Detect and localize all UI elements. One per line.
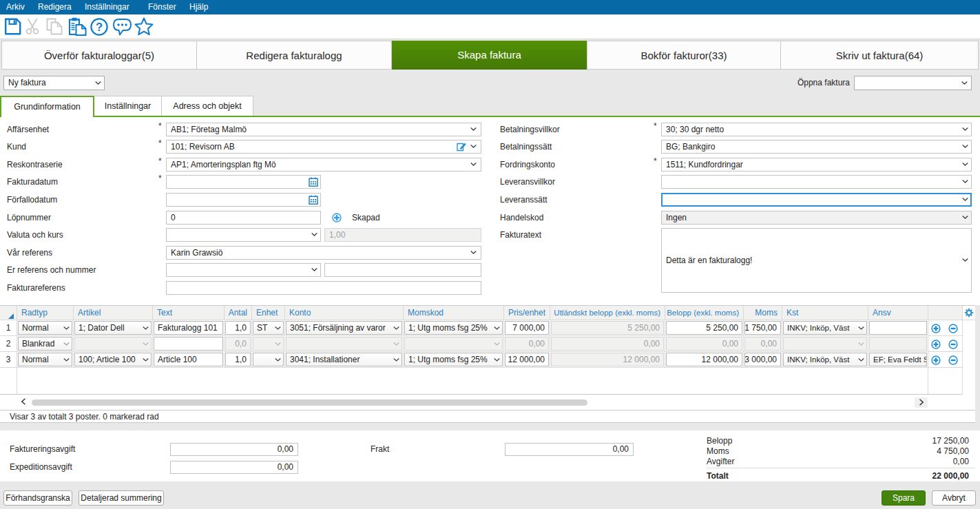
svg-text:?: ? xyxy=(96,21,103,33)
